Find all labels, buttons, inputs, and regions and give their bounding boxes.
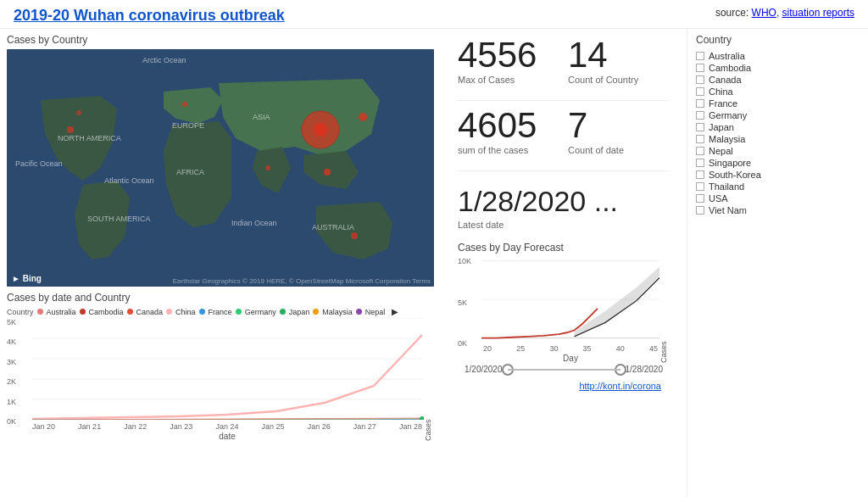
country-checkbox[interactable] — [696, 87, 704, 96]
y-axis-right: 10K 5K 0K — [458, 257, 481, 363]
stat-sum-cases: 4605 sum of the cases — [458, 108, 542, 155]
corona-link[interactable]: http://kont.in/corona — [579, 381, 661, 391]
stat-count-date: 7 Count of date — [568, 108, 653, 155]
y-tick-4k: 4K — [7, 337, 28, 346]
country-item-nepal[interactable]: Nepal — [696, 146, 860, 156]
count-date-value: 7 — [568, 108, 587, 143]
who-link[interactable]: WHO — [752, 7, 776, 19]
country-checkbox[interactable] — [696, 99, 704, 108]
source-label: source: — [715, 7, 748, 19]
country-item-japan[interactable]: Japan — [696, 122, 860, 132]
country-checkbox[interactable] — [696, 123, 704, 131]
country-label: Country — [7, 308, 34, 316]
country-name: Nepal — [709, 146, 733, 156]
country-checkbox[interactable] — [696, 75, 704, 84]
map-label-australia: AUSTRALIA — [312, 223, 354, 231]
stat-count-country: 14 Count of Country — [568, 37, 653, 85]
legend-dot-japan — [280, 309, 286, 315]
country-name: South-Korea — [709, 170, 761, 180]
map-label-africa: AFRICA — [176, 168, 204, 176]
x-tick-45: 45 — [649, 344, 658, 353]
forecast-title: Cases by Day Forecast — [458, 242, 670, 254]
country-item-canada[interactable]: Canada — [696, 75, 860, 85]
svg-point-8 — [351, 232, 358, 239]
y-label-cases: Cases — [424, 318, 434, 441]
map-label-north-america: NORTH AMERICA — [58, 134, 121, 142]
country-checkbox[interactable] — [696, 170, 704, 179]
stats-row-2: 4605 sum of the cases 7 Count of date — [458, 108, 670, 155]
x-label-day: Day — [481, 354, 659, 363]
main-content: Cases by Country — [0, 29, 868, 497]
country-name: Australia — [709, 51, 745, 61]
svg-point-4 — [324, 169, 331, 176]
legend-scroll-arrow[interactable]: ▶ — [392, 307, 398, 316]
y-tick-5k-r: 5K — [458, 298, 479, 307]
map-label-atlantic: Atlantic Ocean — [104, 176, 154, 185]
max-cases-label: Max of Cases — [458, 75, 515, 85]
y-tick-2k: 2K — [7, 377, 28, 386]
svg-point-9 — [76, 110, 81, 115]
country-checkbox[interactable] — [696, 111, 704, 120]
country-checkbox[interactable] — [696, 135, 704, 143]
slider-track[interactable] — [508, 369, 620, 371]
country-item-thailand[interactable]: Thailand — [696, 181, 860, 192]
country-name: Germany — [709, 110, 747, 120]
legend-label-australia: Australia — [47, 308, 76, 316]
latest-date-label: Latest date — [458, 220, 670, 230]
country-filter-panel: Country AustraliaCambodiaCanadaChinaFran… — [687, 29, 868, 497]
country-checkbox[interactable] — [696, 64, 704, 72]
count-date-label: Count of date — [568, 145, 624, 155]
country-name: Canada — [709, 75, 742, 85]
country-checkbox[interactable] — [696, 194, 704, 203]
country-item-cambodia[interactable]: Cambodia — [696, 63, 860, 73]
country-checkbox[interactable] — [696, 206, 704, 215]
max-cases-value: 4556 — [458, 37, 537, 73]
map-label-indian-ocean: Indian Ocean — [231, 219, 277, 227]
svg-point-2 — [314, 123, 327, 137]
y-tick-5k: 5K — [7, 318, 28, 326]
legend-label-japan: Japan — [289, 308, 310, 316]
legend-label-france: France — [209, 308, 232, 316]
svg-point-7 — [67, 126, 74, 133]
legend-label-canada: Canada — [136, 308, 164, 316]
x-tick-20: 20 — [483, 344, 492, 353]
page-title[interactable]: 2019-20 Wuhan coronavirus outbreak — [14, 7, 285, 25]
country-item-usa[interactable]: USA — [696, 193, 860, 204]
svg-point-5 — [265, 165, 270, 170]
country-item-viet-nam[interactable]: Viet Nam — [696, 205, 860, 215]
chart-legend: Country Australia Cambodia Canada China … — [7, 307, 434, 316]
country-item-malaysia[interactable]: Malaysia — [696, 134, 860, 144]
country-item-australia[interactable]: Australia — [696, 51, 860, 61]
bing-logo: ► Bing — [12, 274, 42, 283]
map-label-europe: EUROPE — [172, 121, 204, 130]
map-label-south-america: SOUTH AMERICA — [87, 215, 151, 223]
country-item-france[interactable]: France — [696, 98, 860, 109]
country-checkbox[interactable] — [696, 182, 704, 191]
reports-link[interactable]: situation reports — [782, 7, 854, 19]
date-slider-container: 1/20/2020 1/28/2020 — [458, 363, 670, 374]
chart-right-canvas: 20 25 30 35 40 45 Day — [481, 257, 659, 363]
legend-dot-canada — [127, 309, 133, 315]
country-checkbox[interactable] — [696, 52, 704, 60]
country-item-south-korea[interactable]: South-Korea — [696, 170, 860, 180]
cases-by-country-title: Cases by Country — [7, 34, 434, 46]
map-credit: Earthstar Geographics © 2019 HERE, © Ope… — [173, 277, 431, 285]
x-tick-jan28: Jan 28 — [399, 422, 422, 431]
country-name: Viet Nam — [709, 205, 747, 215]
y-label-cases-right: Cases — [659, 257, 670, 363]
legend-dot-malaysia — [313, 309, 319, 315]
country-checkbox[interactable] — [696, 147, 704, 155]
x-tick-jan24: Jan 24 — [215, 422, 238, 431]
country-list: AustraliaCambodiaCanadaChinaFranceGerman… — [696, 51, 860, 215]
country-checkbox[interactable] — [696, 159, 704, 167]
svg-point-6 — [182, 102, 187, 107]
svg-point-3 — [359, 113, 367, 121]
country-item-china[interactable]: China — [696, 86, 860, 97]
x-label-date: date — [31, 432, 424, 441]
legend-label-malaysia: Malaysia — [322, 308, 353, 316]
stat-max-cases: 4556 Max of Cases — [458, 37, 542, 85]
stats-panel: 4556 Max of Cases 14 Count of Country 46… — [441, 29, 687, 497]
country-item-singapore[interactable]: Singapore — [696, 158, 860, 168]
country-item-germany[interactable]: Germany — [696, 110, 860, 120]
legend-label-china: China — [175, 308, 196, 316]
